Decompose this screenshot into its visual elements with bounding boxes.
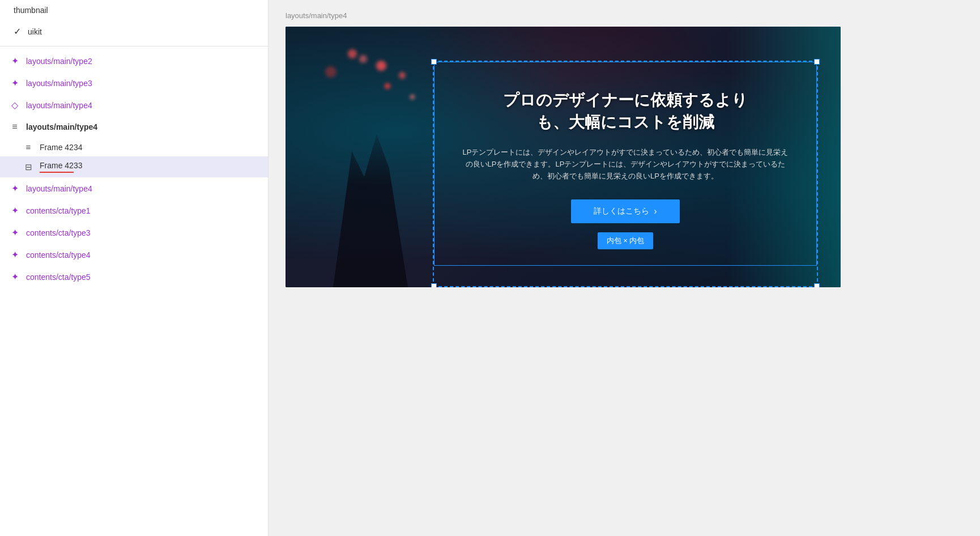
- sidebar-label-frame4234: Frame 4234: [40, 143, 82, 152]
- cross-icon-3: ✦: [9, 183, 20, 194]
- sidebar-label-frame4233: Frame 4233: [40, 161, 82, 170]
- canvas-label: layouts/main/type4: [286, 11, 963, 20]
- sidebar-label-thumbnail: thumbnail: [14, 6, 48, 15]
- cta-label: 詳しくはこちら: [594, 206, 649, 216]
- sidebar-item-contents-cta-type1[interactable]: ✦ contents/cta/type1: [0, 199, 268, 222]
- cross-icon-7: ✦: [9, 271, 20, 282]
- sidebar: thumbnail ✓ uikit ✦ layouts/main/type2 ✦…: [0, 0, 269, 536]
- sidebar-label-contents-cta-type5: contents/cta/type5: [26, 273, 259, 282]
- bokeh-light: [325, 66, 336, 78]
- diamond-icon: ◇: [9, 100, 20, 110]
- tag-badge: 内包 × 内包: [598, 232, 654, 249]
- main-area: layouts/main/type4 プロのデザイナーに依頼するよりも、大幅にコ…: [269, 0, 980, 536]
- sidebar-item-uikit[interactable]: ✓ uikit: [0, 20, 268, 42]
- main-heading: プロのデザイナーに依頼するよりも、大幅にコストを削減: [503, 89, 748, 133]
- bokeh-light: [385, 83, 390, 89]
- cross-icon-2: ✦: [9, 78, 20, 88]
- arrow-icon: ›: [654, 206, 657, 216]
- sidebar-label-layouts-main-type4-diamond: layouts/main/type4: [26, 101, 259, 110]
- sidebar-item-contents-cta-type3[interactable]: ✦ contents/cta/type3: [0, 222, 268, 244]
- frame-icon: ⊟: [23, 162, 34, 172]
- sidebar-item-thumbnail[interactable]: thumbnail: [0, 0, 268, 20]
- cta-button[interactable]: 詳しくはこちら ›: [571, 199, 679, 223]
- cross-icon-6: ✦: [9, 249, 20, 260]
- cross-icon: ✦: [9, 56, 20, 66]
- bokeh-light: [348, 49, 357, 58]
- sidebar-label-layouts-main-type3: layouts/main/type3: [26, 79, 259, 88]
- sidebar-divider: [0, 46, 268, 46]
- sidebar-item-contents-cta-type5[interactable]: ✦ contents/cta/type5: [0, 266, 268, 288]
- sidebar-item-layouts-main-type4-b[interactable]: ✦ layouts/main/type4: [0, 177, 268, 199]
- bokeh-light: [410, 95, 415, 99]
- sidebar-label-contents-cta-type3: contents/cta/type3: [26, 228, 259, 237]
- bokeh-light: [359, 55, 367, 63]
- sidebar-item-layouts-main-type2[interactable]: ✦ layouts/main/type2: [0, 50, 268, 72]
- cross-icon-4: ✦: [9, 205, 20, 216]
- sidebar-label-layouts-main-type4-bold: layouts/main/type4: [26, 122, 259, 131]
- sidebar-label-contents-cta-type1: contents/cta/type1: [26, 206, 259, 215]
- red-underline: [40, 172, 74, 173]
- content-panel: プロのデザイナーに依頼するよりも、大幅にコストを削減 LPテンプレートには、デザ…: [438, 72, 812, 266]
- sidebar-item-layouts-main-type4-bold[interactable]: ≡ layouts/main/type4: [0, 116, 268, 138]
- sidebar-label-layouts-main-type4-b: layouts/main/type4: [26, 184, 259, 193]
- lines-icon: ≡: [9, 122, 20, 132]
- bokeh-light: [376, 61, 386, 71]
- sidebar-label-uikit: uikit: [28, 27, 42, 36]
- sidebar-label-layouts-main-type2: layouts/main/type2: [26, 57, 259, 66]
- checkmark-icon: ✓: [14, 26, 21, 37]
- sidebar-item-layouts-main-type3[interactable]: ✦ layouts/main/type3: [0, 72, 268, 94]
- bokeh-light: [399, 72, 406, 79]
- body-text: LPテンプレートには、デザインやレイアウトがすでに決まっているため、初心者でも簡…: [461, 147, 790, 182]
- cross-icon-5: ✦: [9, 227, 20, 238]
- hamburger-icon: ≡: [23, 142, 34, 152]
- sidebar-label-contents-cta-type4: contents/cta/type4: [26, 250, 259, 260]
- sidebar-item-frame4233[interactable]: ⊟ Frame 4233: [0, 156, 268, 177]
- canvas-area: プロのデザイナーに依頼するよりも、大幅にコストを削減 LPテンプレートには、デザ…: [286, 27, 841, 287]
- sidebar-item-frame4234[interactable]: ≡ Frame 4234: [0, 138, 268, 156]
- sidebar-item-layouts-main-type4-diamond[interactable]: ◇ layouts/main/type4: [0, 94, 268, 116]
- sidebar-item-contents-cta-type4[interactable]: ✦ contents/cta/type4: [0, 244, 268, 266]
